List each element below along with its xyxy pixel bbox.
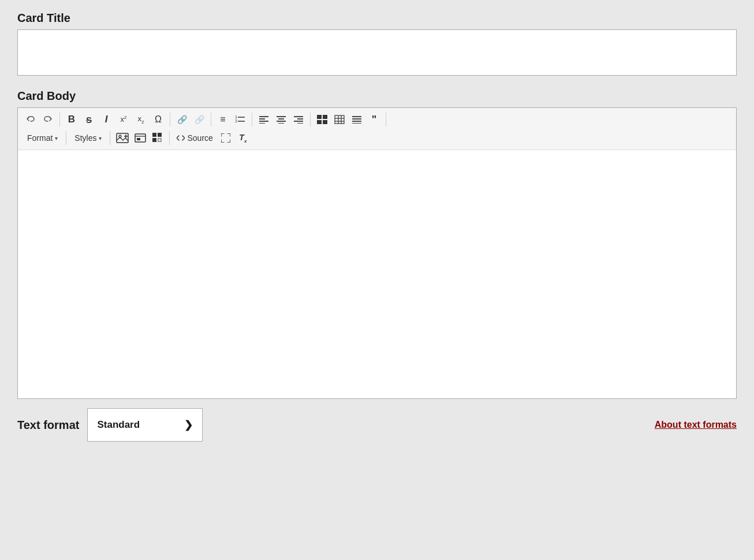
italic-icon: I (105, 114, 108, 125)
grid-add-button[interactable] (150, 130, 166, 146)
undo-button[interactable] (23, 111, 39, 128)
clear-format-button[interactable]: Tx (235, 130, 251, 146)
subscript-button[interactable]: x2 (133, 111, 149, 128)
image-icon (116, 133, 129, 143)
card-title-input[interactable] (17, 29, 737, 76)
omega-icon: Ω (155, 114, 162, 125)
image-button[interactable] (114, 130, 131, 146)
unlink-button[interactable]: 🔗 (191, 111, 207, 128)
quote-button[interactable]: " (366, 111, 382, 128)
styles-dropdown[interactable]: Styles ▾ (70, 130, 106, 146)
separator-7 (66, 131, 66, 145)
separator-9 (169, 131, 170, 145)
card-body-label: Card Body (17, 89, 737, 103)
superscript-icon: x2 (121, 115, 127, 124)
align-left-icon (259, 115, 268, 124)
svg-rect-35 (137, 138, 140, 140)
format-select-chevron: ❯ (184, 419, 193, 431)
embed-button[interactable] (132, 130, 148, 146)
text-format-section: Text format Standard ❯ (17, 408, 203, 442)
separator-3 (211, 113, 211, 126)
bottom-row: Text format Standard ❯ About text format… (17, 408, 737, 442)
svg-rect-20 (335, 115, 344, 124)
bold-button[interactable]: B (64, 111, 80, 128)
strikethrough-icon: S (86, 115, 92, 125)
ol-icon: 1 2 (235, 114, 245, 125)
link-icon: 🔗 (177, 115, 187, 124)
separator-5 (310, 113, 311, 126)
svg-text:2: 2 (235, 119, 237, 123)
unlink-icon: 🔗 (195, 115, 204, 124)
subscript-icon: x2 (138, 114, 144, 125)
card-title-label: Card Title (17, 12, 737, 25)
svg-rect-33 (135, 134, 145, 142)
about-text-formats-link[interactable]: About text formats (655, 420, 737, 430)
format-dropdown-chevron: ▾ (55, 135, 58, 141)
bold-icon: B (68, 114, 75, 125)
clear-format-icon: Tx (239, 133, 247, 144)
italic-button[interactable]: I (98, 111, 114, 128)
lines-icon (352, 115, 361, 124)
toolbar-row-2: Format ▾ Styles ▾ (23, 130, 731, 146)
source-button[interactable]: Source (173, 130, 216, 146)
separator-8 (110, 131, 110, 145)
fullscreen-icon (221, 133, 230, 143)
svg-rect-17 (323, 115, 327, 119)
editor-content-area[interactable] (18, 150, 736, 398)
svg-rect-37 (158, 133, 162, 137)
special-char-button[interactable]: Ω (150, 111, 166, 128)
link-button[interactable]: 🔗 (174, 111, 190, 128)
blockquote-button[interactable] (349, 111, 365, 128)
editor-toolbar: B S I x2 x2 Ω 🔗 (18, 108, 736, 150)
svg-rect-29 (117, 133, 128, 143)
table-solid-icon (317, 115, 327, 124)
svg-rect-38 (152, 138, 156, 142)
svg-rect-16 (317, 115, 322, 119)
ol-button[interactable]: 1 2 (232, 111, 248, 128)
table-solid-button[interactable] (314, 111, 330, 128)
embed-icon (135, 133, 146, 143)
align-right-icon (294, 115, 303, 124)
source-icon (177, 135, 185, 141)
format-select-dropdown[interactable]: Standard ❯ (87, 408, 203, 442)
table-outline-button[interactable] (331, 111, 348, 128)
separator-2 (170, 113, 170, 126)
align-center-button[interactable] (273, 111, 289, 128)
ul-button[interactable]: ≡ (215, 111, 231, 128)
styles-dropdown-chevron: ▾ (99, 135, 102, 141)
svg-text:1: 1 (235, 115, 237, 119)
editor-wrapper: B S I x2 x2 Ω 🔗 (17, 107, 737, 399)
ul-icon: ≡ (220, 114, 225, 125)
svg-rect-36 (152, 133, 156, 137)
align-right-button[interactable] (290, 111, 307, 128)
text-format-label: Text format (17, 419, 79, 432)
redo-button[interactable] (40, 111, 56, 128)
table-outline-icon (334, 115, 345, 124)
grid-add-icon (152, 133, 163, 143)
separator-6 (386, 113, 386, 126)
svg-rect-19 (323, 120, 327, 124)
superscript-button[interactable]: x2 (115, 111, 132, 128)
toolbar-row-1: B S I x2 x2 Ω 🔗 (23, 111, 731, 128)
separator-1 (59, 113, 60, 126)
format-select-value: Standard (97, 419, 140, 431)
align-center-icon (277, 115, 286, 124)
strikethrough-button[interactable]: S (81, 111, 97, 128)
format-dropdown[interactable]: Format ▾ (23, 130, 62, 146)
source-label: Source (187, 133, 212, 143)
svg-rect-18 (317, 120, 322, 124)
fullscreen-button[interactable] (218, 130, 234, 146)
format-dropdown-label: Format (27, 133, 53, 143)
align-left-button[interactable] (256, 111, 272, 128)
styles-dropdown-label: Styles (74, 133, 96, 143)
separator-4 (252, 113, 252, 126)
